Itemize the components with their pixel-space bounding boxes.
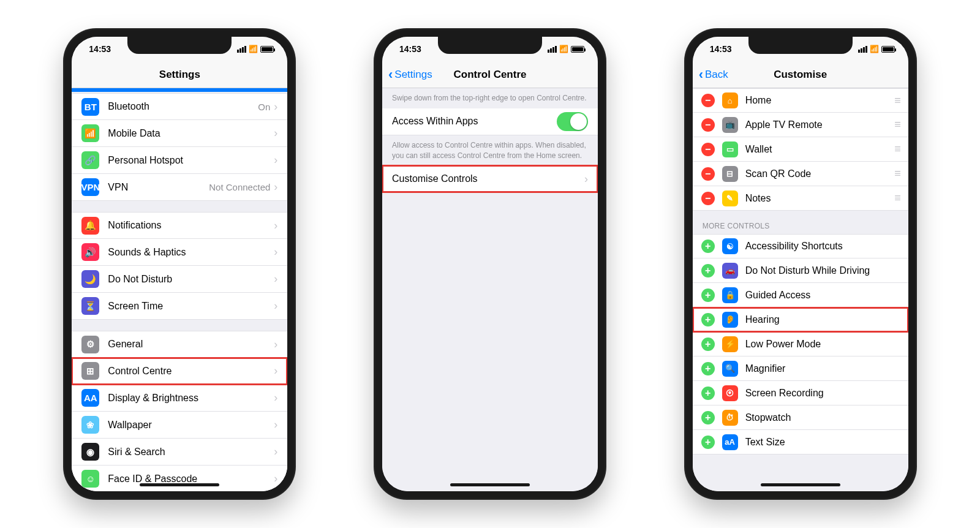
settings-row-screen-time[interactable]: ⏳ Screen Time › [72, 293, 287, 320]
home-indicator[interactable] [761, 483, 840, 486]
row-label: VPN [108, 182, 209, 193]
settings-row-general[interactable]: ⚙ General › [72, 331, 287, 358]
settings-row-siri-search[interactable]: ◉ Siri & Search › [72, 439, 287, 466]
add-button[interactable]: + [701, 387, 715, 400]
more-row-stopwatch[interactable]: + ⏱ Stopwatch [693, 405, 908, 430]
more-row-low-power-mode[interactable]: + ⚡ Low Power Mode [693, 332, 908, 356]
customise-content[interactable]: − ⌂ Home ≡ − 📺 Apple TV Remote ≡ − ▭ Wal… [693, 88, 908, 491]
remove-button[interactable]: − [701, 118, 715, 132]
notch [127, 37, 232, 54]
row-label: Accessibility Shortcuts [745, 241, 900, 252]
more-row-accessibility-shortcuts[interactable]: + ☯ Accessibility Shortcuts [693, 234, 908, 258]
included-row-apple-tv-remote[interactable]: − 📺 Apple TV Remote ≡ [693, 113, 908, 137]
more-row-text-size[interactable]: + aA Text Size [693, 430, 908, 454]
row-label: Face ID & Passcode [108, 473, 274, 485]
add-button[interactable]: + [701, 436, 715, 449]
row-label: Stopwatch [745, 412, 900, 423]
drag-handle-icon[interactable]: ≡ [894, 192, 900, 205]
back-label: Settings [394, 69, 432, 81]
included-row-home[interactable]: − ⌂ Home ≡ [693, 88, 908, 113]
add-button[interactable]: + [701, 362, 715, 375]
settings-row-bluetooth[interactable]: BT Bluetooth On › [72, 93, 287, 120]
access-within-apps-row[interactable]: Access Within Apps [382, 108, 598, 135]
row-label: Notifications [108, 220, 274, 231]
row-icon: 🔍 [722, 361, 738, 377]
more-row-screen-recording[interactable]: + ⦿ Screen Recording [693, 381, 908, 405]
settings-row-notifications[interactable]: 🔔 Notifications › [72, 212, 287, 239]
settings-row-control-centre[interactable]: ⊞ Control Centre › [72, 358, 287, 385]
settings-row-display-brightness[interactable]: AA Display & Brightness › [72, 385, 287, 412]
home-indicator[interactable] [140, 483, 219, 486]
settings-row-sounds-haptics[interactable]: 🔊 Sounds & Haptics › [72, 239, 287, 266]
included-row-scan-qr-code[interactable]: − ⊟ Scan QR Code ≡ [693, 162, 908, 186]
screen: 14:53 📶 ‹ Back Customise − ⌂ Home ≡ − 📺 … [693, 37, 908, 491]
signal-icon [858, 46, 867, 53]
add-button[interactable]: + [701, 313, 715, 326]
add-button[interactable]: + [701, 338, 715, 351]
chevron-right-icon: › [274, 154, 277, 167]
back-button[interactable]: ‹ Back [699, 68, 728, 81]
row-icon: VPN [81, 178, 99, 196]
customise-controls-row[interactable]: Customise Controls › [382, 165, 598, 192]
chevron-right-icon: › [274, 445, 277, 458]
more-row-guided-access[interactable]: + 🔒 Guided Access [693, 283, 908, 307]
add-button[interactable]: + [701, 239, 715, 253]
settings-row-wallpaper[interactable]: ❀ Wallpaper › [72, 412, 287, 439]
notch [438, 37, 542, 54]
control-centre-content[interactable]: Swipe down from the top-right edge to op… [382, 88, 598, 491]
remove-button[interactable]: − [701, 94, 715, 107]
settings-row-mobile-data[interactable]: 📶 Mobile Data › [72, 120, 287, 147]
row-icon: AA [81, 389, 99, 407]
back-button[interactable]: ‹ Settings [388, 68, 432, 81]
row-icon: ⊞ [81, 362, 99, 380]
wifi-icon: 📶 [559, 45, 568, 53]
settings-row-face-id-passcode[interactable]: ☺ Face ID & Passcode › [72, 466, 287, 491]
chevron-right-icon: › [274, 418, 277, 431]
included-row-wallet[interactable]: − ▭ Wallet ≡ [693, 137, 908, 162]
drag-handle-icon[interactable]: ≡ [894, 167, 900, 180]
row-icon: ▭ [722, 141, 738, 157]
settings-row-vpn[interactable]: VPN VPN Not Connected › [72, 174, 287, 201]
remove-button[interactable]: − [701, 167, 715, 181]
phone-customise: 14:53 📶 ‹ Back Customise − ⌂ Home ≡ − 📺 … [684, 28, 917, 500]
signal-icon [548, 46, 557, 53]
row-icon: ❀ [81, 416, 99, 434]
chevron-right-icon: › [274, 100, 277, 113]
chevron-right-icon: › [274, 273, 277, 285]
wifi-icon: 📶 [870, 45, 879, 53]
row-label: Bluetooth [108, 101, 258, 112]
drag-handle-icon[interactable]: ≡ [894, 94, 900, 107]
row-label: Scan QR Code [745, 168, 894, 179]
row-icon: ⚡ [722, 336, 738, 352]
battery-icon [881, 46, 895, 53]
row-label: Display & Brightness [108, 393, 274, 404]
row-icon: 👂 [722, 312, 738, 328]
row-icon: 🔊 [81, 243, 99, 261]
more-row-magnifier[interactable]: + 🔍 Magnifier [693, 356, 908, 381]
chevron-right-icon: › [274, 391, 277, 404]
row-label: Text Size [745, 437, 900, 448]
add-button[interactable]: + [701, 411, 715, 424]
settings-list[interactable]: BT Bluetooth On › 📶 Mobile Data › 🔗 Pers… [72, 88, 287, 491]
settings-row-do-not-disturb[interactable]: 🌙 Do Not Disturb › [72, 266, 287, 293]
drag-handle-icon[interactable]: ≡ [894, 118, 900, 131]
row-detail: On [258, 102, 270, 112]
access-toggle[interactable] [557, 112, 588, 131]
chevron-right-icon: › [274, 127, 277, 140]
drag-handle-icon[interactable]: ≡ [894, 143, 900, 156]
remove-button[interactable]: − [701, 143, 715, 156]
chevron-right-icon: › [274, 364, 277, 377]
row-label: Siri & Search [108, 447, 274, 458]
settings-row-personal-hotspot[interactable]: 🔗 Personal Hotspot › [72, 147, 287, 174]
add-button[interactable]: + [701, 264, 715, 277]
more-row-do-not-disturb-while-driving[interactable]: + 🚗 Do Not Disturb While Driving [693, 258, 908, 283]
remove-button[interactable]: − [701, 192, 715, 205]
home-indicator[interactable] [450, 483, 530, 486]
more-row-hearing[interactable]: + 👂 Hearing [693, 307, 908, 332]
intro-text: Swipe down from the top-right edge to op… [382, 88, 598, 108]
row-icon: 🔔 [81, 217, 99, 235]
add-button[interactable]: + [701, 289, 715, 302]
included-row-notes[interactable]: − ✎ Notes ≡ [693, 186, 908, 211]
nav-bar: Settings [72, 61, 287, 88]
more-controls-header: MORE CONTROLS [693, 211, 908, 234]
